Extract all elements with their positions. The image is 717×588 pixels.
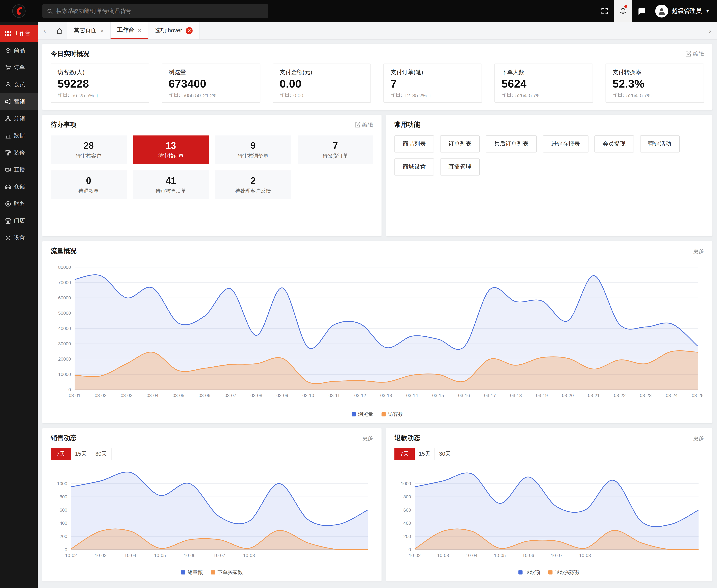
trend-arrow-icon: ↑ <box>543 92 546 98</box>
quick-functions-panel: 常用功能 商品列表 订单列表 售后订单列表 进销存报表 会员提现 营销活动 商城… <box>386 114 712 236</box>
sidebar-item-data[interactable]: 数据 <box>0 127 38 144</box>
todo-card-pending-customers[interactable]: 28 待审核客户 <box>50 135 126 164</box>
fullscreen-icon <box>601 7 608 15</box>
todo-card-pending-feedback[interactable]: 2 待处理客户反馈 <box>215 170 291 199</box>
range-tab-30d[interactable]: 30天 <box>435 448 455 460</box>
sidebar-item-finance[interactable]: 财务 <box>0 195 38 212</box>
tab-workbench[interactable]: 工作台 × <box>110 22 148 39</box>
stat-footer: 昨日: 12 35.2% ↑ <box>390 92 475 99</box>
stat-card-visitors: 访客数(人) 59228 昨日: 56 25.5% ↓ <box>50 64 149 103</box>
todo-card-pending-price-adjust[interactable]: 9 待审核调价单 <box>215 135 291 164</box>
svg-text:03-16: 03-16 <box>458 393 470 398</box>
tabs-scroll-right-button[interactable]: › <box>703 22 717 39</box>
sidebar-item-live[interactable]: 直播 <box>0 161 38 178</box>
sidebar-item-label: 数据 <box>14 132 25 140</box>
user-menu[interactable]: 超级管理员 ▼ <box>651 5 717 18</box>
quick-link-order-list[interactable]: 订单列表 <box>440 135 480 152</box>
sidebar-item-store[interactable]: 门店 <box>0 212 38 229</box>
sales-more-link[interactable]: 更多 <box>362 434 373 442</box>
sidebar-item-workbench[interactable]: 工作台 <box>0 25 38 42</box>
legend-item[interactable]: 销量额 <box>181 569 203 576</box>
svg-text:80000: 80000 <box>58 265 71 270</box>
legend-item[interactable]: 退款买家数 <box>548 569 580 576</box>
panel-title: 销售动态 <box>50 434 76 442</box>
todo-card-pending-orders[interactable]: 13 待审核订单 <box>133 135 209 164</box>
panel-title: 常用功能 <box>394 121 420 129</box>
notifications-button[interactable] <box>614 0 632 22</box>
stat-prev-label: 昨日: <box>280 92 291 99</box>
traffic-legend[interactable]: 浏览量 访客数 <box>42 409 712 423</box>
refund-legend[interactable]: 退款额 退款买家数 <box>386 567 712 582</box>
legend-item[interactable]: 浏览量 <box>352 411 373 418</box>
sidebar-item-decorate[interactable]: 装修 <box>0 144 38 161</box>
sidebar-item-settings[interactable]: 设置 <box>0 229 38 246</box>
close-badge-icon[interactable]: ✕ <box>186 27 193 34</box>
sidebar-item-orders[interactable]: 订单 <box>0 59 38 76</box>
quick-link-marketing-activity[interactable]: 营销活动 <box>640 135 679 152</box>
chat-icon <box>637 7 645 15</box>
tab-option-hover[interactable]: 选项:hover ✕ <box>148 22 200 39</box>
sidebar-item-distribution[interactable]: 分销 <box>0 110 38 127</box>
close-icon[interactable]: × <box>100 27 104 34</box>
todo-label: 待退款单 <box>78 187 99 194</box>
svg-text:1000: 1000 <box>57 481 67 486</box>
legend-swatch <box>352 412 356 417</box>
brand-logo[interactable] <box>0 4 38 18</box>
quick-link-inventory-report[interactable]: 进销存报表 <box>543 135 588 152</box>
edit-todo-button[interactable]: 编辑 <box>355 121 373 129</box>
stat-card-payment-amount: 支付金额(元) 0.00 昨日: 0.00 -- <box>273 64 371 103</box>
traffic-more-link[interactable]: 更多 <box>693 247 704 255</box>
svg-text:10-03: 10-03 <box>95 553 106 558</box>
quick-buttons: 商品列表 订单列表 售后订单列表 进销存报表 会员提现 营销活动 商城设置 直播… <box>386 134 712 184</box>
quick-link-mall-settings[interactable]: 商城设置 <box>394 159 434 175</box>
user-icon <box>658 7 666 15</box>
tab-other-page[interactable]: 其它页面 × <box>67 22 110 39</box>
stats-row: 访客数(人) 59228 昨日: 56 25.5% ↓ 浏览量 673400 <box>42 63 712 110</box>
sidebar-item-marketing[interactable]: 营销 <box>0 93 38 110</box>
range-tab-7d[interactable]: 7天 <box>50 448 71 460</box>
svg-text:03-18: 03-18 <box>510 393 522 398</box>
range-tab-30d[interactable]: 30天 <box>91 448 112 460</box>
svg-text:03-06: 03-06 <box>199 393 210 398</box>
quick-link-member-withdrawal[interactable]: 会员提现 <box>594 135 634 152</box>
svg-text:10-08: 10-08 <box>243 553 255 558</box>
stat-label: 支付转换率 <box>612 69 697 77</box>
range-tab-15d[interactable]: 15天 <box>71 448 91 460</box>
range-tab-15d[interactable]: 15天 <box>415 448 435 460</box>
more-label: 更多 <box>693 434 704 442</box>
svg-text:30000: 30000 <box>58 341 71 346</box>
edit-icon <box>685 51 691 57</box>
messages-button[interactable] <box>632 0 651 22</box>
sales-legend[interactable]: 销量额 下单买家数 <box>42 567 382 582</box>
legend-item[interactable]: 退款额 <box>518 569 540 576</box>
legend-item[interactable]: 访客数 <box>382 411 403 418</box>
close-icon[interactable]: × <box>138 27 141 34</box>
edit-overview-button[interactable]: 编辑 <box>685 50 704 58</box>
sidebar-item-label: 营销 <box>14 98 25 105</box>
stat-change: 25.5% <box>79 92 94 98</box>
quick-link-goods-list[interactable]: 商品列表 <box>394 135 434 152</box>
todo-card-pending-refunds[interactable]: 0 待退款单 <box>50 170 126 199</box>
svg-text:50000: 50000 <box>58 311 71 316</box>
sidebar-item-goods[interactable]: 商品 <box>0 42 38 59</box>
stat-value: 7 <box>390 78 475 90</box>
fullscreen-button[interactable] <box>595 0 614 22</box>
svg-text:40000: 40000 <box>58 326 71 331</box>
sidebar-item-members[interactable]: 会员 <box>0 76 38 93</box>
todo-card-pending-shipment[interactable]: 7 待发货订单 <box>298 135 373 164</box>
quick-link-live-management[interactable]: 直播管理 <box>440 159 480 175</box>
sidebar-item-label: 分销 <box>14 114 25 123</box>
refund-more-link[interactable]: 更多 <box>693 434 704 442</box>
panel-title: 今日实时概况 <box>50 50 89 58</box>
sidebar-item-label: 商品 <box>14 46 25 54</box>
range-tab-7d[interactable]: 7天 <box>394 448 415 460</box>
todo-card-pending-aftersale[interactable]: 41 待审核售后单 <box>133 170 209 199</box>
home-tab-button[interactable] <box>52 22 67 39</box>
quick-link-aftersale-order-list[interactable]: 售后订单列表 <box>486 135 537 152</box>
sidebar-item-warehouse[interactable]: 仓储 <box>0 178 38 195</box>
legend-item[interactable]: 下单买家数 <box>211 569 243 576</box>
global-search[interactable] <box>42 4 268 18</box>
paint-roller-icon <box>5 150 11 156</box>
tabs-scroll-left-button[interactable]: ‹ <box>38 22 52 39</box>
search-input[interactable] <box>56 8 264 14</box>
